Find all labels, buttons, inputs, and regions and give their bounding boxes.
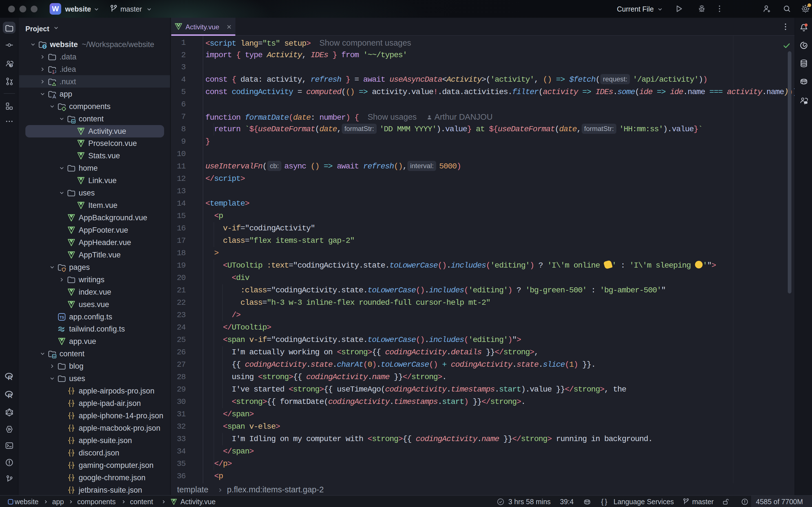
svg-text:TS: TS (59, 315, 64, 319)
svg-text:J: J (54, 70, 56, 74)
svg-text:R: R (8, 392, 12, 399)
svg-text:?: ? (10, 64, 12, 68)
svg-text:R: R (8, 374, 12, 381)
